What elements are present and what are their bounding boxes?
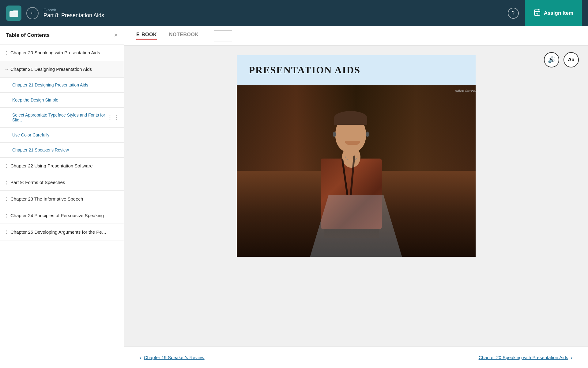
toc-title: Table of Contents [6,32,50,38]
tabs-bar: E-book NOTEBOOK [124,26,588,46]
image-credit: Paras Griffin/Getty Images [455,90,476,93]
next-arrow-icon: › [571,354,573,361]
toc-sub-item-keep-design[interactable]: Keep the Design Simple [0,93,124,108]
assign-label: Assign Item [544,10,573,16]
toc-item-ch21[interactable]: 〉 Chapter 21 Designing Presentation Aids [0,61,124,78]
toc-item-label: Chapter 20 Speaking with Presentation Ai… [10,50,100,55]
prev-arrow-icon: ‹ [139,354,141,361]
chevron-right-icon: 〉 [6,197,7,201]
toc-item-label: Part 9: Forms of Speeches [10,180,65,185]
help-button[interactable]: ? [508,8,519,19]
toc-item-ch20[interactable]: 〉 Chapter 20 Speaking with Presentation … [0,44,124,61]
audio-icon: 🔊 [548,56,556,63]
ebook-content: PRESENTATION AIDS [237,55,476,257]
chevron-down-icon: 〉 [4,69,9,70]
svg-rect-0 [9,11,18,17]
content-area: E-book NOTEBOOK 🔊 Aa PRESENTATION AIDS [124,26,588,368]
toc-sub-item-ch21-designing[interactable]: Chapter 21 Designing Presentation Aids [0,78,124,93]
toc-list: 〉 Chapter 20 Speaking with Presentation … [0,44,124,368]
toc-sub-item-speakers-review[interactable]: Chapter 21 Speaker's Review [0,143,124,158]
prev-chapter-link[interactable]: ‹ Chapter 19 Speaker's Review [139,354,205,361]
ebook-controls: 🔊 Aa [544,52,579,67]
toc-item-ch24[interactable]: 〉 Chapter 24 Principles of Persuasive Sp… [0,207,124,224]
toc-item-label: Chapter 22 Using Presentation Software [10,163,92,168]
breadcrumb-top: E-book [43,8,104,12]
toc-sub-label: Keep the Design Simple [12,98,58,102]
font-size-button[interactable]: Aa [564,52,579,67]
chevron-right-icon: 〉 [6,213,7,218]
main-area: Table of Contents × 〉 Chapter 20 Speakin… [0,26,588,368]
toc-sub-item-typeface[interactable]: Select Appropriate Typeface Styles and F… [0,108,124,128]
top-header: ← E-book Part 8: Presentation Aids ? Ass… [0,0,588,26]
toc-sub-item-color[interactable]: Use Color Carefully [0,128,124,143]
tab-ebook[interactable]: E-book [136,32,157,40]
back-button[interactable]: ← [26,7,39,19]
toc-item-label: Chapter 21 Designing Presentation Aids [10,67,92,72]
header-right: ? Assign Item [508,0,582,26]
toc-header: Table of Contents × [0,26,124,44]
breadcrumb: E-book Part 8: Presentation Aids [43,8,104,19]
ebook-image-container: Paras Griffin/Getty Images [237,85,476,257]
tab-search-box[interactable] [214,30,232,41]
ebook-area: 🔊 Aa PRESENTATION AIDS [124,46,588,347]
toc-sub-label: Chapter 21 Designing Presentation Aids [12,82,88,87]
toc-close-button[interactable]: × [114,32,118,39]
folder-icon-button[interactable] [6,6,21,21]
toc-item-ch23[interactable]: 〉 Chapter 23 The Informative Speech [0,191,124,207]
assign-item-button[interactable]: Assign Item [525,0,582,26]
toc-item-ch25[interactable]: 〉 Chapter 25 Developing Arguments for th… [0,224,124,240]
font-icon: Aa [568,57,575,63]
toc-item-part9[interactable]: 〉 Part 9: Forms of Speeches [0,174,124,191]
next-chapter-label: Chapter 20 Speaking with Presentation Ai… [479,355,568,360]
speaker-image: Paras Griffin/Getty Images [237,85,476,257]
breadcrumb-main: Part 8: Presentation Aids [43,12,104,19]
audio-button[interactable]: 🔊 [544,52,559,67]
toc-sub-label: Chapter 21 Speaker's Review [12,148,69,152]
ebook-title: PRESENTATION AIDS [249,64,360,75]
toc-item-label: Chapter 23 The Informative Speech [10,196,83,201]
sidebar: Table of Contents × 〉 Chapter 20 Speakin… [0,26,124,368]
assign-icon [533,9,541,17]
prev-chapter-label: Chapter 19 Speaker's Review [144,355,205,360]
drag-handle-icon: ⋮⋮ [107,113,120,121]
toc-item-label: Chapter 24 Principles of Persuasive Spea… [10,213,104,218]
toc-sub-label: Select Appropriate Typeface Styles and F… [12,113,118,122]
chevron-right-icon: 〉 [6,180,7,185]
toc-item-label: Chapter 25 Developing Arguments for the … [10,229,107,235]
next-chapter-link[interactable]: Chapter 20 Speaking with Presentation Ai… [479,354,573,361]
bottom-nav: ‹ Chapter 19 Speaker's Review Chapter 20… [124,347,588,368]
chevron-right-icon: 〉 [6,50,7,55]
tab-notebook[interactable]: NOTEBOOK [169,32,198,40]
toc-sub-label: Use Color Carefully [12,132,49,137]
chevron-right-icon: 〉 [6,230,7,235]
ebook-title-banner: PRESENTATION AIDS [237,55,476,85]
header-left: ← E-book Part 8: Presentation Aids [6,6,508,21]
toc-item-ch22[interactable]: 〉 Chapter 22 Using Presentation Software [0,158,124,174]
chevron-right-icon: 〉 [6,163,7,168]
